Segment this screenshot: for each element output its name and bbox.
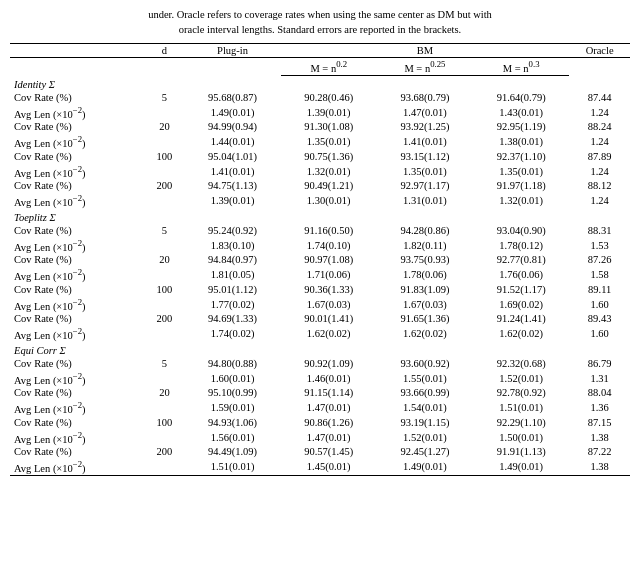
row-label: Avg Len (×10−2) <box>10 370 144 387</box>
table-row: Cov Rate (%)2094.84(0.97)90.97(1.08)93.7… <box>10 253 630 266</box>
table-row: Avg Len (×10−2)1.56(0.01)1.47(0.01)1.52(… <box>10 429 630 446</box>
row-m1: 1.30(0.01) <box>281 192 377 209</box>
row-plugin: 1.49(0.01) <box>184 104 280 121</box>
row-m2: 93.68(0.79) <box>377 91 473 104</box>
col-header-oracle: Oracle <box>569 44 630 58</box>
table-row: Avg Len (×10−2)1.74(0.02)1.62(0.02)1.62(… <box>10 325 630 342</box>
table-row: Avg Len (×10−2)1.51(0.01)1.45(0.01)1.49(… <box>10 458 630 475</box>
row-m2: 91.83(1.09) <box>377 283 473 296</box>
col-header-plugin: Plug-in <box>184 44 280 58</box>
row-m1: 1.39(0.01) <box>281 104 377 121</box>
row-oracle: 1.60 <box>569 325 630 342</box>
table-row: Avg Len (×10−2)1.59(0.01)1.47(0.01)1.54(… <box>10 399 630 416</box>
table-row: Cov Rate (%)20094.49(1.09)90.57(1.45)92.… <box>10 445 630 458</box>
row-m2: 1.52(0.01) <box>377 429 473 446</box>
table-row: Avg Len (×10−2)1.39(0.01)1.30(0.01)1.31(… <box>10 192 630 209</box>
row-label: Cov Rate (%) <box>10 357 144 370</box>
row-plugin: 94.80(0.88) <box>184 357 280 370</box>
row-plugin: 1.51(0.01) <box>184 458 280 475</box>
row-oracle: 89.43 <box>569 312 630 325</box>
table-row: Cov Rate (%)10094.93(1.06)90.86(1.26)93.… <box>10 416 630 429</box>
row-d <box>144 429 184 446</box>
row-d: 5 <box>144 357 184 370</box>
row-m3: 93.04(0.90) <box>473 224 569 237</box>
table-row: Avg Len (×10−2)1.49(0.01)1.39(0.01)1.47(… <box>10 104 630 121</box>
row-d <box>144 237 184 254</box>
row-m3: 1.78(0.12) <box>473 237 569 254</box>
row-plugin: 95.10(0.99) <box>184 386 280 399</box>
row-m2: 1.35(0.01) <box>377 163 473 180</box>
row-d: 20 <box>144 253 184 266</box>
row-m3: 91.24(1.41) <box>473 312 569 325</box>
row-oracle: 1.24 <box>569 192 630 209</box>
row-d: 100 <box>144 283 184 296</box>
row-m3: 92.37(1.10) <box>473 150 569 163</box>
row-m2: 91.65(1.36) <box>377 312 473 325</box>
table-row: Cov Rate (%)10095.04(1.01)90.75(1.36)93.… <box>10 150 630 163</box>
row-plugin: 1.59(0.01) <box>184 399 280 416</box>
row-label: Cov Rate (%) <box>10 91 144 104</box>
row-oracle: 1.36 <box>569 399 630 416</box>
row-m3: 1.69(0.02) <box>473 296 569 313</box>
row-plugin: 94.84(0.97) <box>184 253 280 266</box>
col-subheader-m2: M = n0.25 <box>377 58 473 76</box>
row-oracle: 87.26 <box>569 253 630 266</box>
row-plugin: 1.44(0.01) <box>184 133 280 150</box>
row-d <box>144 192 184 209</box>
row-oracle: 1.53 <box>569 237 630 254</box>
row-label: Cov Rate (%) <box>10 283 144 296</box>
row-plugin: 1.60(0.01) <box>184 370 280 387</box>
col-header-empty <box>10 44 144 58</box>
col-header-d: d <box>144 44 184 58</box>
row-label: Cov Rate (%) <box>10 224 144 237</box>
row-m2: 1.47(0.01) <box>377 104 473 121</box>
row-m1: 1.71(0.06) <box>281 266 377 283</box>
row-label: Avg Len (×10−2) <box>10 458 144 475</box>
row-m1: 1.45(0.01) <box>281 458 377 475</box>
col-subheader-oracle <box>569 58 630 76</box>
row-m2: 1.67(0.03) <box>377 296 473 313</box>
row-m3: 1.49(0.01) <box>473 458 569 475</box>
row-d: 200 <box>144 445 184 458</box>
row-plugin: 1.83(0.10) <box>184 237 280 254</box>
row-oracle: 1.24 <box>569 163 630 180</box>
row-oracle: 89.11 <box>569 283 630 296</box>
row-label: Avg Len (×10−2) <box>10 133 144 150</box>
row-label: Avg Len (×10−2) <box>10 325 144 342</box>
row-oracle: 87.15 <box>569 416 630 429</box>
row-plugin: 94.99(0.94) <box>184 120 280 133</box>
row-m2: 93.15(1.12) <box>377 150 473 163</box>
table-row: Avg Len (×10−2)1.77(0.02)1.67(0.03)1.67(… <box>10 296 630 313</box>
row-m3: 92.95(1.19) <box>473 120 569 133</box>
row-m3: 92.29(1.10) <box>473 416 569 429</box>
row-oracle: 88.31 <box>569 224 630 237</box>
row-plugin: 1.74(0.02) <box>184 325 280 342</box>
table-row: Cov Rate (%)2094.99(0.94)91.30(1.08)93.9… <box>10 120 630 133</box>
row-m1: 91.30(1.08) <box>281 120 377 133</box>
table-row: Cov Rate (%)594.80(0.88)90.92(1.09)93.60… <box>10 357 630 370</box>
row-oracle: 1.38 <box>569 429 630 446</box>
section-header-1: Toeplitz Σ <box>10 209 630 224</box>
row-m2: 94.28(0.86) <box>377 224 473 237</box>
row-plugin: 1.56(0.01) <box>184 429 280 446</box>
row-label: Avg Len (×10−2) <box>10 237 144 254</box>
row-m3: 1.43(0.01) <box>473 104 569 121</box>
row-label: Avg Len (×10−2) <box>10 429 144 446</box>
row-m3: 1.38(0.01) <box>473 133 569 150</box>
row-d <box>144 399 184 416</box>
row-d: 20 <box>144 386 184 399</box>
row-m2: 1.49(0.01) <box>377 458 473 475</box>
row-m3: 91.64(0.79) <box>473 91 569 104</box>
row-label: Cov Rate (%) <box>10 312 144 325</box>
row-label: Cov Rate (%) <box>10 253 144 266</box>
row-d <box>144 163 184 180</box>
row-oracle: 88.12 <box>569 179 630 192</box>
row-m3: 91.52(1.17) <box>473 283 569 296</box>
row-m1: 90.92(1.09) <box>281 357 377 370</box>
row-m2: 1.54(0.01) <box>377 399 473 416</box>
row-label: Avg Len (×10−2) <box>10 192 144 209</box>
col-subheader-empty <box>10 58 144 76</box>
row-d: 5 <box>144 224 184 237</box>
row-label: Cov Rate (%) <box>10 179 144 192</box>
row-d <box>144 104 184 121</box>
